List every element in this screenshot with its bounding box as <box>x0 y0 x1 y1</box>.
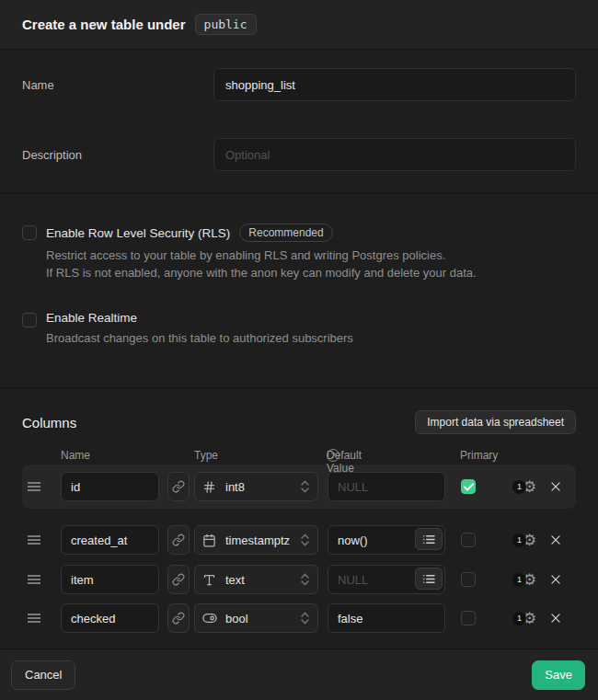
column-type-label: text <box>225 573 301 587</box>
primary-checkbox[interactable] <box>461 611 476 625</box>
remove-column-icon[interactable] <box>549 480 562 493</box>
column-name-input[interactable] <box>61 603 159 633</box>
rls-label: Enable Row Level Security (RLS) <box>46 226 230 240</box>
drag-handle-icon[interactable] <box>28 613 40 624</box>
table-description-input[interactable] <box>213 138 576 171</box>
columns-title: Columns <box>22 415 76 430</box>
table-name-input[interactable] <box>213 68 576 101</box>
default-value-input[interactable] <box>328 603 445 633</box>
dialog-footer: Cancel Save <box>0 648 598 700</box>
column-row-created-at: timestamptz 1 ⚙ <box>22 525 576 555</box>
header-type: Type <box>194 449 218 462</box>
save-button[interactable]: Save <box>532 660 585 690</box>
rls-description: Restrict access to your table by enablin… <box>46 247 576 281</box>
primary-checkbox[interactable] <box>461 479 476 494</box>
import-spreadsheet-button[interactable]: Import data via spreadsheet <box>415 410 576 434</box>
dialog-title: Create a new table under <box>22 17 186 32</box>
foreign-key-link-icon[interactable] <box>167 525 190 555</box>
column-type-label: bool <box>225 612 301 625</box>
rls-checkbox[interactable] <box>22 225 37 240</box>
text-icon <box>202 573 217 587</box>
cancel-button[interactable]: Cancel <box>11 660 75 690</box>
column-type-select[interactable]: int8 <box>194 472 318 501</box>
settings-count-badge: 1 <box>512 534 526 547</box>
column-name-input[interactable] <box>61 565 159 594</box>
column-row-highlight: int8 1 ⚙ <box>22 465 576 509</box>
column-type-select[interactable]: bool <box>194 603 318 633</box>
drag-handle-icon[interactable] <box>28 574 40 585</box>
column-name-input[interactable] <box>61 525 159 555</box>
help-circle-icon[interactable]: ? <box>327 449 339 462</box>
settings-count-badge: 1 <box>512 573 526 587</box>
drag-handle-icon[interactable] <box>28 534 40 545</box>
foreign-key-link-icon[interactable] <box>167 603 190 633</box>
column-row-checked: bool 1 ⚙ <box>22 603 576 633</box>
column-row-id: int8 1 ⚙ <box>22 472 576 501</box>
settings-count-badge: 1 <box>512 612 526 625</box>
dialog-header: Create a new table under public <box>0 0 598 50</box>
settings-count-badge: 1 <box>512 480 526 494</box>
toggles-section: Enable Row Level Security (RLS) Recommen… <box>0 194 598 388</box>
column-type-label: int8 <box>225 480 301 494</box>
column-grid-headers: Name Type Default Value ? Primary <box>22 449 576 464</box>
schema-badge: public <box>195 14 257 35</box>
basic-info-section: Name Description <box>0 50 598 194</box>
realtime-description: Broadcast changes on this table to autho… <box>46 329 576 347</box>
foreign-key-link-icon[interactable] <box>167 472 190 501</box>
calendar-icon <box>202 534 217 547</box>
remove-column-icon[interactable] <box>549 573 562 586</box>
default-suggestions-list-icon[interactable] <box>415 568 443 590</box>
remove-column-icon[interactable] <box>549 534 562 546</box>
foreign-key-link-icon[interactable] <box>167 565 190 594</box>
chevrons-updown-icon <box>301 612 310 625</box>
default-value-input[interactable] <box>328 472 445 501</box>
description-row: Description <box>22 138 576 171</box>
realtime-label: Enable Realtime <box>46 311 137 325</box>
realtime-row: Enable Realtime Broadcast changes on thi… <box>22 311 576 347</box>
chevrons-updown-icon <box>301 534 310 546</box>
column-row-item: text 1 ⚙ <box>22 565 576 594</box>
header-name: Name <box>61 449 90 462</box>
create-table-dialog: Create a new table under public Name Des… <box>0 0 598 700</box>
chevrons-updown-icon <box>301 480 310 493</box>
description-label: Description <box>22 148 213 162</box>
column-type-select[interactable]: text <box>194 565 318 594</box>
name-label: Name <box>22 78 213 92</box>
realtime-checkbox[interactable] <box>22 313 37 327</box>
rls-row: Enable Row Level Security (RLS) Recommen… <box>22 224 576 281</box>
remove-column-icon[interactable] <box>549 612 562 625</box>
column-name-input[interactable] <box>61 472 159 501</box>
primary-checkbox[interactable] <box>461 572 476 587</box>
header-primary: Primary <box>460 449 498 462</box>
default-suggestions-list-icon[interactable] <box>415 528 443 550</box>
columns-section: Columns Import data via spreadsheet Name… <box>0 388 598 648</box>
drag-handle-icon[interactable] <box>28 481 40 492</box>
toggle-icon <box>202 613 217 624</box>
chevrons-updown-icon <box>301 573 310 586</box>
primary-checkbox[interactable] <box>461 533 476 547</box>
column-type-label: timestamptz <box>225 534 301 547</box>
hash-icon <box>202 480 217 494</box>
name-row: Name <box>22 68 576 101</box>
column-type-select[interactable]: timestamptz <box>194 525 318 555</box>
recommended-badge: Recommended <box>239 224 332 242</box>
